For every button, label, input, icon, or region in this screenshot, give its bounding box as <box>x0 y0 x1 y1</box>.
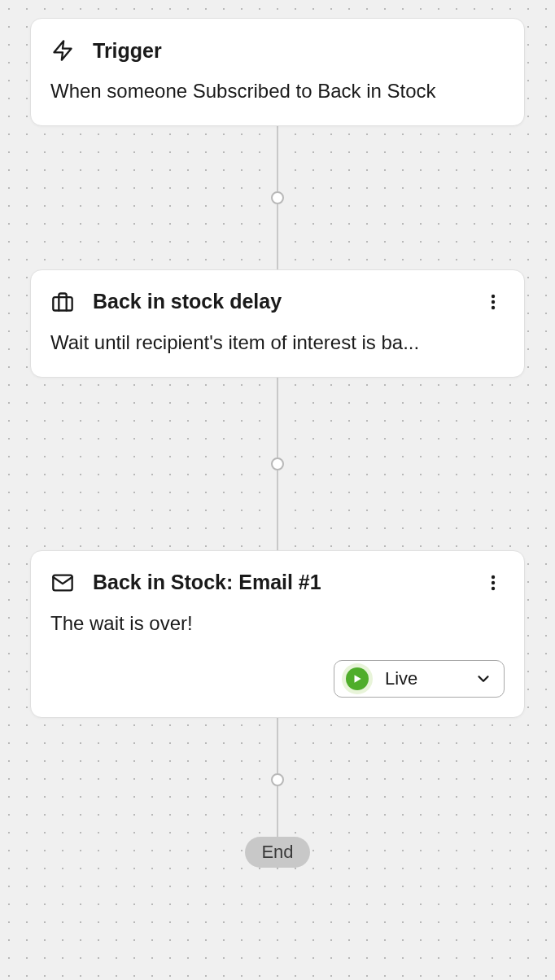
email-title: Back in Stock: Email #1 <box>93 571 464 594</box>
svg-point-8 <box>492 586 495 589</box>
delay-card[interactable]: Back in stock delay Wait until recipient… <box>30 269 525 378</box>
trigger-title: Trigger <box>93 39 505 63</box>
mail-icon <box>50 571 75 595</box>
more-menu-button[interactable] <box>482 291 505 313</box>
delay-description: Wait until recipient's item of interest … <box>50 329 505 357</box>
more-menu-button[interactable] <box>482 571 505 594</box>
svg-rect-1 <box>53 297 72 310</box>
end-node: End <box>245 837 309 868</box>
add-node-dot[interactable] <box>271 191 284 204</box>
svg-point-3 <box>492 300 495 304</box>
status-label: Live <box>385 668 463 689</box>
flow-canvas: Trigger When someone Subscribed to Back … <box>0 0 555 868</box>
svg-point-4 <box>492 306 495 309</box>
trigger-description: When someone Subscribed to Back in Stock <box>50 77 505 106</box>
email-description: The wait is over! <box>50 610 505 638</box>
delay-title: Back in stock delay <box>93 290 464 313</box>
play-icon <box>346 667 369 690</box>
connector <box>271 126 284 269</box>
email-card[interactable]: Back in Stock: Email #1 The wait is over… <box>30 550 525 719</box>
svg-marker-9 <box>355 676 361 683</box>
svg-marker-0 <box>55 41 72 59</box>
add-node-dot[interactable] <box>271 773 284 786</box>
add-node-dot[interactable] <box>271 457 284 470</box>
status-dropdown[interactable]: Live <box>334 660 505 698</box>
connector <box>271 378 284 550</box>
connector <box>271 718 284 837</box>
trigger-card[interactable]: Trigger When someone Subscribed to Back … <box>30 18 525 126</box>
briefcase-icon <box>50 290 75 314</box>
svg-point-6 <box>492 575 495 578</box>
svg-point-2 <box>492 295 495 298</box>
svg-point-7 <box>492 580 495 584</box>
chevron-down-icon <box>474 670 492 688</box>
lightning-icon <box>50 38 75 63</box>
